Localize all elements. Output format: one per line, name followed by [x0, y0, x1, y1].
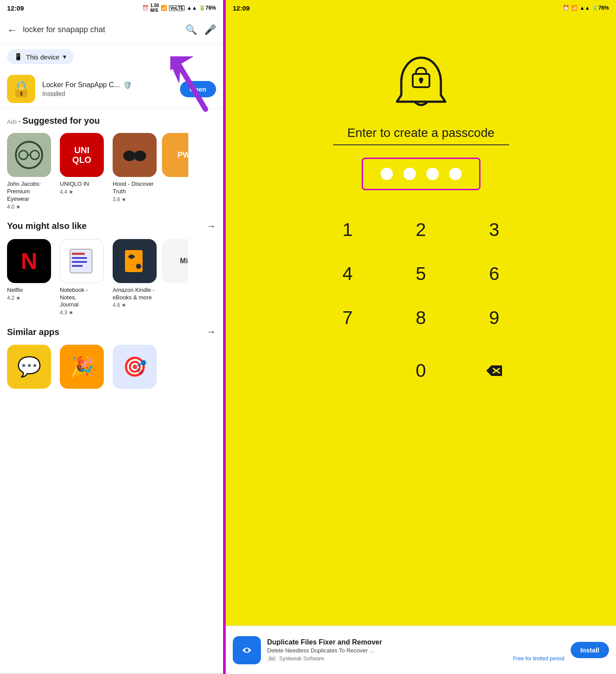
num-0-button[interactable]: 0 [385, 349, 458, 393]
svg-point-14 [136, 264, 141, 269]
num-8-button[interactable]: 8 [384, 296, 458, 340]
volte-icon: VoLTE [169, 5, 185, 11]
john-jacobs-icon [7, 133, 51, 177]
app-card-similar-2[interactable]: 🎉 [56, 341, 109, 396]
suggested-section: Ads • Suggested for you John Jacobs:Prem… [0, 109, 223, 214]
netflix-name: Netflix [7, 287, 23, 294]
num-2-button[interactable]: 2 [384, 208, 458, 252]
numpad: 1 2 3 4 5 6 7 8 9 [311, 208, 531, 340]
num-9-button[interactable]: 9 [458, 296, 531, 340]
svg-rect-13 [125, 250, 143, 272]
open-button[interactable]: Open [180, 81, 216, 97]
left-status-bar: 12:09 ⏰ 1.50M/S 📶 VoLTE ▲▲ 🔋76% [0, 0, 223, 16]
app-result-row: 🔒 Locker For SnapApp C... 🛡️ Installed O… [0, 70, 223, 109]
passcode-content: Enter to create a passcode 1 2 3 4 5 6 7… [226, 16, 616, 626]
app-result-info: Locker For SnapApp C... 🛡️ Installed [42, 81, 173, 97]
hood-name: Hood - DiscoverTruth [113, 180, 154, 195]
app-card-similar-1[interactable]: 💬 [4, 341, 56, 396]
passcode-title: Enter to create a passcode [347, 126, 495, 140]
num-5-button[interactable]: 5 [384, 252, 458, 296]
back-button[interactable]: ← [7, 24, 18, 36]
delete-button[interactable] [458, 349, 531, 393]
install-button[interactable]: Install [571, 642, 609, 658]
num-4-button[interactable]: 4 [311, 252, 385, 296]
numpad-bottom-row: 0 [311, 349, 531, 393]
similar-1-icon: 💬 [7, 345, 51, 389]
notebook-icon [60, 239, 104, 283]
ad-app-name: Duplicate Files Fixer and Remover [267, 638, 565, 646]
search-input[interactable] [23, 25, 180, 34]
ad-developer: Systweak Software [279, 656, 324, 662]
ads-label: Ads • [7, 118, 21, 125]
kindle-icon [113, 239, 157, 283]
battery-icon: 🔋76% [199, 5, 216, 11]
similar-apps-row: 💬 🎉 🎯 [0, 341, 223, 396]
passcode-underline [333, 144, 509, 145]
device-filter-chip[interactable]: 📱 This device ▾ [7, 49, 73, 64]
suggested-apps-row: John Jacobs:Premium Eyewear 4.0 ★ UNIQLO… [0, 129, 223, 214]
svg-rect-10 [72, 257, 87, 259]
dot-3 [426, 168, 439, 180]
ad-free-label: Free for limited period [513, 656, 565, 662]
similar-3-icon: 🎯 [113, 345, 157, 389]
right-signal-icon: ▲▲ [579, 5, 590, 11]
ad-label: Ad [267, 656, 276, 662]
right-battery-icon: 🔋76% [592, 5, 609, 11]
left-time: 12:09 [7, 4, 24, 12]
passcode-title-text: Enter to create a passcode [347, 126, 495, 140]
suggested-header: Ads • Suggested for you [0, 109, 223, 129]
left-panel: 12:09 ⏰ 1.50M/S 📶 VoLTE ▲▲ 🔋76% ← 🔍 🎤 📱 … [0, 0, 224, 674]
svg-point-6 [123, 151, 136, 161]
svg-rect-12 [72, 265, 83, 267]
similar-arrow-icon[interactable]: → [206, 326, 216, 338]
search-icon[interactable]: 🔍 [185, 24, 197, 36]
app-card-uniqlo[interactable]: UNIQLO UNIQLO IN 4.4 ★ [56, 129, 109, 214]
right-status-icons: ⏰ 📶 ▲▲ 🔋76% [563, 5, 609, 11]
svg-point-4 [30, 151, 39, 159]
passcode-dots [362, 158, 480, 190]
you-might-header: You might also like → [0, 214, 223, 236]
similar-2-icon: 🎉 [60, 345, 104, 389]
kindle-rating: 4.6 ★ [113, 302, 126, 308]
right-status-bar: 12:09 ⏰ 📶 ▲▲ 🔋76% [226, 0, 616, 16]
dropdown-icon: ▾ [63, 53, 66, 61]
netflix-rating: 4.2 ★ [7, 295, 21, 301]
num-3-button[interactable]: 3 [458, 208, 531, 252]
app-card-partial-4: PW [162, 129, 188, 214]
app-card-hood[interactable]: Hood - DiscoverTruth 3.8 ★ [109, 129, 162, 214]
search-bar: ← 🔍 🎤 [0, 16, 223, 44]
app-card-john-jacobs[interactable]: John Jacobs:Premium Eyewear 4.0 ★ [4, 129, 56, 214]
mic-icon[interactable]: 🎤 [204, 24, 216, 36]
uniqlo-name: UNIQLO IN [60, 180, 89, 188]
john-jacobs-rating: 4.0 ★ [7, 204, 21, 210]
num-6-button[interactable]: 6 [458, 252, 531, 296]
app-result-icon: 🔒 [7, 75, 35, 103]
app-card-notebook[interactable]: Notebook - Notes,Journal 4.3 ★ [56, 236, 109, 320]
svg-rect-17 [420, 80, 422, 83]
num-7-button[interactable]: 7 [311, 296, 385, 340]
device-chip-label: This device [26, 53, 59, 61]
left-status-icons: ⏰ 1.50M/S 📶 VoLTE ▲▲ 🔋76% [142, 3, 216, 13]
right-alarm-icon: ⏰ [563, 5, 569, 11]
uniqlo-icon: UNIQLO [60, 133, 104, 177]
verified-badge-icon: 🛡️ [123, 81, 132, 89]
you-might-title: You might also like [7, 221, 87, 231]
num-1-button[interactable]: 1 [311, 208, 385, 252]
app-card-netflix[interactable]: N Netflix 4.2 ★ [4, 236, 56, 320]
app-card-kindle[interactable]: Amazon Kindle -eBooks & more 4.6 ★ [109, 236, 162, 320]
you-might-arrow-icon[interactable]: → [206, 221, 216, 232]
app-card-similar-3[interactable]: 🎯 [109, 341, 162, 396]
you-might-section: You might also like → N Netflix 4.2 ★ [0, 214, 223, 320]
phone-icon: 📱 [14, 53, 22, 61]
dot-2 [403, 168, 416, 180]
empty-cell [312, 349, 385, 393]
svg-point-3 [19, 151, 28, 159]
svg-rect-9 [72, 253, 85, 255]
app-result-name: Locker For SnapApp C... [42, 81, 120, 89]
app-result-status: Installed [42, 90, 173, 97]
similar-apps-section: Similar apps → 💬 🎉 🎯 [0, 319, 223, 396]
wifi-icon: 📶 [161, 5, 167, 11]
john-jacobs-name: John Jacobs:Premium Eyewear [7, 180, 53, 203]
svg-rect-11 [72, 261, 87, 263]
filter-bar: 📱 This device ▾ [0, 44, 223, 70]
